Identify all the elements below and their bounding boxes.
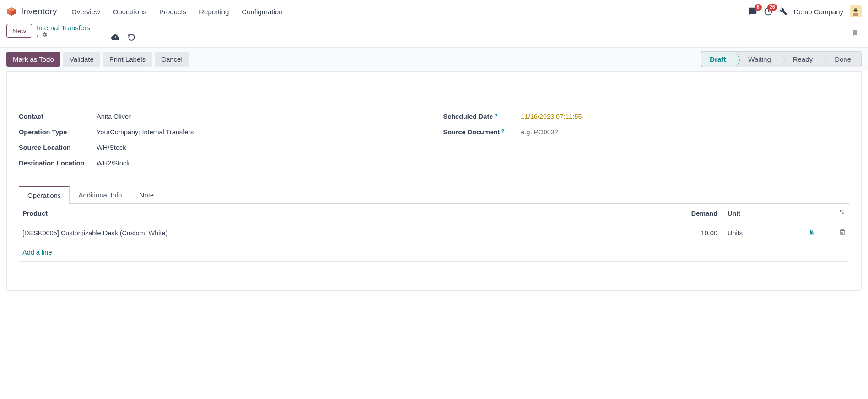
action-bar: Mark as Todo Validate Print Labels Cance… (0, 47, 868, 71)
discard-icon[interactable] (128, 33, 135, 43)
svg-point-9 (841, 210, 841, 211)
breadcrumb-separator: / (37, 32, 38, 39)
bookmark-icon[interactable] (852, 32, 859, 39)
tools-icon[interactable] (779, 7, 787, 16)
validate-button[interactable]: Validate (63, 52, 100, 67)
cell-unit[interactable]: Units (721, 223, 803, 243)
col-unit[interactable]: Unit (721, 204, 803, 223)
table-row[interactable]: [DESK0005] Customizable Desk (Custom, Wh… (19, 223, 849, 243)
control-panel: New Internal Transfers / (0, 21, 868, 47)
forecast-icon[interactable] (809, 229, 816, 237)
cell-demand[interactable]: 10.00 (675, 223, 721, 243)
activities-icon[interactable]: 26 (764, 7, 773, 16)
app-title[interactable]: Inventory (21, 6, 57, 16)
cloud-save-icon[interactable] (111, 33, 119, 43)
columns-settings-icon[interactable] (838, 210, 846, 217)
field-destination-location[interactable]: WH2/Stock (97, 160, 130, 167)
tab-note[interactable]: Note (130, 186, 162, 204)
field-contact[interactable]: Anita Oliver (97, 113, 131, 120)
form-right-column: Scheduled Date? 11/16/2023 07:11:55 Sour… (443, 113, 850, 175)
notebook-tabs: Operations Additional Info Note (19, 186, 849, 204)
svg-point-11 (842, 213, 843, 213)
save-status-icons (111, 24, 135, 43)
label-source-location: Source Location (19, 144, 97, 151)
empty-row (19, 262, 849, 281)
form-sheet: Contact Anita Oliver Operation Type Your… (6, 71, 862, 291)
operations-table: Product Demand Unit [DESK0005] Customiza… (19, 204, 849, 281)
field-source-location[interactable]: WH/Stock (97, 144, 126, 151)
menu-operations[interactable]: Operations (107, 4, 153, 19)
menu-reporting[interactable]: Reporting (193, 4, 235, 19)
company-switcher[interactable]: Demo Company (794, 8, 843, 16)
svg-rect-7 (853, 13, 858, 16)
cell-product[interactable]: [DESK0005] Customizable Desk (Custom, Wh… (22, 229, 168, 237)
add-line-row[interactable]: Add a line (19, 243, 849, 262)
main-menu: Overview Operations Products Reporting C… (65, 4, 289, 19)
app-logo-icon[interactable] (6, 6, 16, 16)
mark-as-todo-button[interactable]: Mark as Todo (6, 52, 60, 67)
activities-badge: 26 (767, 4, 777, 11)
help-scheduled-date-icon[interactable]: ? (494, 113, 497, 118)
label-scheduled-date: Scheduled Date? (443, 113, 521, 120)
status-ready[interactable]: Ready (781, 52, 823, 67)
add-line-link[interactable]: Add a line (22, 249, 52, 256)
help-source-document-icon[interactable]: ? (501, 128, 505, 134)
status-done[interactable]: Done (823, 52, 861, 67)
messages-badge: 6 (755, 4, 762, 11)
breadcrumb-parent[interactable]: Internal Transfers (37, 24, 90, 32)
label-destination-location: Destination Location (19, 160, 97, 167)
menu-configuration[interactable]: Configuration (235, 4, 289, 19)
field-scheduled-date[interactable]: 11/16/2023 07:11:55 (521, 113, 582, 120)
col-demand[interactable]: Demand (675, 204, 721, 223)
svg-rect-6 (853, 10, 858, 11)
status-bar: Draft Waiting Ready Done (701, 51, 862, 67)
label-source-document: Source Document? (443, 128, 521, 136)
top-navbar: Inventory Overview Operations Products R… (0, 0, 868, 21)
status-draft[interactable]: Draft (701, 51, 736, 67)
messages-icon[interactable]: 6 (748, 7, 757, 16)
form-left-column: Contact Anita Oliver Operation Type Your… (19, 113, 425, 175)
field-source-document[interactable] (521, 128, 613, 136)
label-operation-type: Operation Type (19, 128, 97, 136)
gear-icon[interactable] (41, 32, 48, 39)
tab-additional-info[interactable]: Additional Info (70, 186, 130, 204)
status-waiting[interactable]: Waiting (736, 52, 781, 67)
print-labels-button[interactable]: Print Labels (103, 52, 152, 67)
label-contact: Contact (19, 113, 97, 120)
tab-operations[interactable]: Operations (19, 186, 70, 204)
systray: 6 26 Demo Company (748, 5, 862, 17)
delete-row-icon[interactable] (839, 230, 846, 237)
menu-products[interactable]: Products (153, 4, 193, 19)
menu-overview[interactable]: Overview (65, 4, 107, 19)
cancel-button[interactable]: Cancel (155, 52, 189, 67)
col-product[interactable]: Product (19, 204, 675, 223)
field-operation-type[interactable]: YourCompany: Internal Transfers (97, 128, 194, 136)
breadcrumb: Internal Transfers / (37, 24, 90, 39)
user-avatar[interactable] (850, 5, 862, 17)
new-button[interactable]: New (6, 24, 32, 38)
